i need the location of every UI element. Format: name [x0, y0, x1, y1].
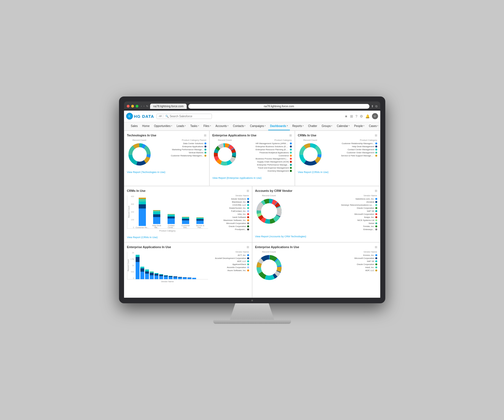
nav-sales[interactable]: Sales	[129, 122, 140, 130]
bar-label: Customer Re...	[136, 226, 149, 228]
monitor-base	[213, 320, 291, 324]
bar-segment	[145, 271, 149, 274]
logo-circle: C	[126, 113, 133, 119]
browser-tab[interactable]: na78.lightning.force.com	[150, 104, 187, 109]
nav-groups[interactable]: Groups▾	[320, 122, 334, 130]
legend-item: Ascentis Corporation	[210, 266, 249, 269]
search-scope[interactable]: All	[159, 115, 163, 118]
browser-tab-icon[interactable]: ⧉	[375, 105, 378, 108]
legend-dot	[247, 204, 249, 206]
nav-leads[interactable]: Leads▾	[175, 122, 188, 130]
expand-icon[interactable]: ⊞	[204, 134, 206, 137]
legend-dot	[375, 207, 377, 209]
user-avatar[interactable]: U	[372, 113, 378, 119]
nav-cases[interactable]: Cases▾	[367, 122, 380, 130]
legend-dot	[247, 216, 249, 218]
view-report-link[interactable]: View Report (CRMs In Use)	[127, 236, 158, 239]
legend-item: Zendesk	[285, 201, 377, 203]
bar-segment	[136, 257, 140, 262]
address-bar[interactable]: na78.lightning.force.com	[188, 104, 369, 109]
panel-title: CRMs In Use	[298, 134, 316, 137]
app-grid-icon[interactable]	[126, 124, 128, 129]
legend-dot	[247, 266, 249, 268]
nav-back[interactable]: ‹	[141, 105, 142, 108]
nav-files[interactable]: Files▾	[202, 122, 213, 130]
record-label: Record Count	[218, 139, 232, 141]
chevron-icon: ▾	[265, 125, 266, 127]
view-report-link[interactable]: View Report (Enterprise Applications In …	[212, 177, 262, 179]
expand-icon[interactable]: ⊞	[375, 134, 377, 137]
expand-icon[interactable]: ⊞	[375, 245, 377, 249]
legend-item: Service & Field Support Managem...	[325, 154, 377, 157]
x-axis-label: Product Category	[127, 230, 208, 232]
grid-icon[interactable]: ⊞	[350, 114, 353, 118]
view-report-link[interactable]: View Report (CRMs In Use)	[298, 171, 329, 174]
stacked-bar	[173, 276, 177, 279]
nav-reports[interactable]: Reports▾	[290, 122, 306, 130]
legend-dot	[247, 222, 249, 224]
legend-dot	[290, 149, 292, 151]
legend-dot	[247, 201, 249, 203]
expand-icon[interactable]: ⊞	[375, 189, 377, 193]
legend-dot	[204, 146, 206, 147]
legend-item: Infor, Inc.	[210, 213, 249, 215]
window-min-btn[interactable]	[131, 105, 134, 108]
legend-dot	[375, 257, 377, 259]
window-max-btn[interactable]	[136, 105, 138, 108]
y-axis-title: Record Count	[128, 206, 130, 218]
stacked-bar	[188, 278, 191, 279]
nav-dashboards[interactable]: Dashboards▾	[268, 122, 290, 130]
nav-accounts[interactable]: Accounts▾	[214, 122, 231, 130]
browser-share-icon[interactable]: ⬆	[371, 105, 374, 108]
nav-people[interactable]: People▾	[352, 122, 366, 130]
stacked-bar	[153, 210, 160, 224]
legend: Product Category HR Management Systems (…	[240, 139, 292, 173]
view-report-link[interactable]: View Report (Accounts by CRM Technologie…	[255, 235, 306, 238]
nav-refresh[interactable]: ↻	[146, 105, 148, 108]
stacked-bar	[164, 275, 168, 279]
panel-title: Enterprise Applications In Use	[212, 134, 257, 137]
legend: Vendor Name Salesforce.com, Inc. Zendesk…	[285, 194, 377, 231]
enterprise-bar-panel: Enterprise Applications In Use ⊞ Record …	[124, 242, 252, 298]
nav-opportunities[interactable]: Opportunities▾	[152, 122, 174, 130]
view-report-link[interactable]: View Report (Technologies In Use)	[127, 171, 165, 174]
bell-icon[interactable]: 🔔	[365, 114, 370, 118]
bar-segment	[159, 276, 163, 279]
legend-item: Customer Order Management	[325, 151, 377, 154]
nav-chatter[interactable]: Chatter	[306, 122, 319, 130]
legend-dot	[375, 225, 377, 227]
help-icon[interactable]: ?	[355, 114, 357, 118]
bar-segment	[155, 276, 158, 279]
legend-dot	[204, 149, 206, 151]
bar-segment	[168, 218, 175, 224]
legend-dot	[375, 152, 377, 154]
nav-home[interactable]: Home	[140, 122, 152, 130]
stacked-bar	[136, 255, 140, 279]
settings-icon[interactable]: ⚙	[360, 114, 363, 118]
nav-tasks[interactable]: Tasks▾	[188, 122, 201, 130]
y-axis-label: 1k	[127, 264, 134, 266]
sf-navbar: Sales Home Opportunities▾ Leads▾ Tasks▾ …	[124, 122, 380, 131]
legend-item: CIVICRM, LLC	[210, 204, 249, 206]
legend-item: Ivanti Software	[210, 216, 249, 218]
bar-segment	[139, 199, 146, 202]
expand-icon[interactable]: ⊞	[247, 245, 249, 249]
nav-contacts[interactable]: Contacts▾	[231, 122, 247, 130]
legend-item: Microsoft Corporation	[285, 213, 377, 215]
nav-campaigns[interactable]: Campaigns▾	[248, 122, 268, 130]
legend-dot	[375, 263, 377, 265]
search-input[interactable]	[170, 115, 203, 118]
legend-dot	[290, 152, 292, 154]
expand-icon[interactable]: ⊞	[289, 134, 292, 137]
bar-label: Customer Ord...	[179, 225, 192, 228]
window-close-btn[interactable]	[127, 105, 130, 108]
panel-title: Enterprise Applications In Use	[255, 245, 299, 249]
nav-forward[interactable]: ›	[144, 105, 145, 108]
legend-item: Inventory Management	[240, 170, 292, 172]
star-icon[interactable]: ★	[345, 114, 348, 118]
legend-item: Kronos, Inc.	[285, 254, 377, 256]
expand-icon[interactable]: ⊞	[247, 189, 249, 193]
nav-calendar[interactable]: Calendar▾	[335, 122, 352, 130]
search-bar[interactable]: All 🔍	[156, 114, 212, 119]
legend-dot	[290, 167, 292, 169]
